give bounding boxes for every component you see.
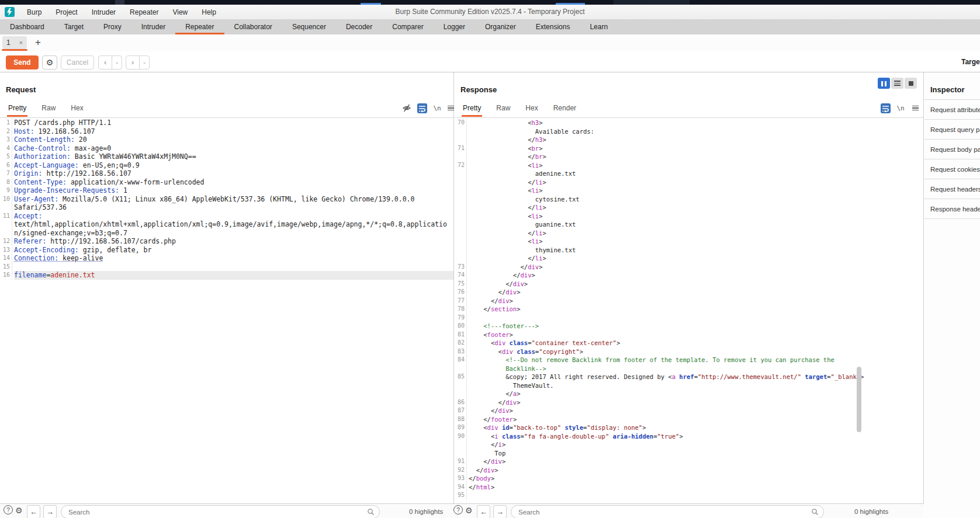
line-number: [456, 449, 467, 458]
forward-history-dropdown[interactable]: ⌄: [140, 56, 149, 69]
nav-tab-learn[interactable]: Learn: [580, 19, 618, 34]
nav-tab-logger[interactable]: Logger: [434, 19, 475, 34]
top-strip-decoration: [115, 0, 124, 5]
code-line: 82 <div class="container text-center">: [456, 339, 923, 347]
response-search-box: [511, 505, 824, 518]
line-number: 84: [456, 356, 467, 364]
burp-logo: [5, 7, 15, 17]
line-number: 74: [456, 271, 467, 280]
inspector-section-response-headers[interactable]: Response headers: [924, 199, 980, 219]
response-scrollbar-thumb[interactable]: [857, 367, 861, 432]
word-wrap-icon: [417, 103, 427, 113]
layout-rows-button[interactable]: [891, 78, 903, 89]
menu-item-burp[interactable]: Burp: [20, 8, 49, 16]
request-tab-raw[interactable]: Raw: [40, 103, 57, 117]
response-tab-hex[interactable]: Hex: [524, 103, 539, 117]
inspector-section-request-body-parameters[interactable]: Request body parameters: [924, 140, 980, 159]
menu-item-repeater[interactable]: Repeater: [123, 8, 165, 16]
menu-item-help[interactable]: Help: [195, 8, 223, 16]
soft-wrap-toggle[interactable]: [879, 103, 891, 113]
code-line: 88 </footer>: [456, 415, 923, 424]
code-line: 71 <br>: [456, 144, 923, 153]
nav-tab-proxy[interactable]: Proxy: [94, 19, 131, 34]
next-match-button[interactable]: →: [493, 505, 507, 518]
code-line: 76 </div>: [456, 288, 923, 297]
layout-toggle-group: [878, 78, 917, 89]
help-button[interactable]: ?: [4, 505, 13, 514]
code-line: 94</html>: [456, 483, 923, 492]
response-editor[interactable]: 70 <h3> Available cards: </h3>71 <br> </…: [456, 119, 923, 504]
highlights-count: 0 highlights: [854, 505, 888, 518]
next-match-button[interactable]: →: [43, 505, 57, 518]
hide-hex-icon-button[interactable]: [401, 103, 413, 113]
line-number: 92: [456, 466, 467, 475]
search-input[interactable]: [67, 508, 367, 516]
code-line: 15: [1, 263, 453, 272]
help-button[interactable]: ?: [453, 505, 463, 514]
code-line: 75 </div>: [456, 280, 923, 288]
nav-tab-sequencer[interactable]: Sequencer: [282, 19, 336, 34]
repeater-tab-1[interactable]: 1 ×: [2, 36, 27, 49]
request-editor[interactable]: 1POST /cards.php HTTP/1.12Host: 192.168.…: [1, 119, 453, 504]
nav-tab-intruder[interactable]: Intruder: [131, 19, 175, 34]
menu-item-view[interactable]: View: [165, 8, 195, 16]
search-settings-button[interactable]: ⚙: [465, 505, 473, 516]
code-line: 2Host: 192.168.56.107: [1, 127, 453, 136]
code-line: 4Cache-Control: max-age=0: [1, 144, 453, 153]
back-history-dropdown[interactable]: ⌄: [112, 56, 122, 69]
previous-match-button[interactable]: ←: [477, 505, 490, 518]
line-number: 70: [456, 119, 467, 127]
request-tab-pretty[interactable]: Pretty: [7, 103, 27, 117]
code-line: 77 </div>: [456, 297, 923, 305]
nav-tab-collaborator[interactable]: Collaborator: [224, 19, 282, 34]
nav-tab-comparer[interactable]: Comparer: [382, 19, 433, 34]
question-icon: ?: [6, 507, 10, 513]
forward-button[interactable]: ›: [126, 56, 140, 69]
line-number: 86: [456, 398, 467, 407]
nav-tab-decoder[interactable]: Decoder: [336, 19, 382, 34]
inspector-section-request-attributes[interactable]: Request attributes: [924, 100, 980, 120]
show-newlines-toggle[interactable]: \n: [431, 103, 443, 113]
inspector-section-request-query-parameters[interactable]: Request query parameters: [924, 120, 980, 140]
lightning-bolt-icon: [5, 7, 15, 17]
nav-tab-target[interactable]: Target: [54, 19, 94, 34]
close-icon[interactable]: ×: [19, 39, 23, 46]
back-button[interactable]: ‹: [99, 56, 112, 69]
new-tab-button[interactable]: +: [32, 36, 44, 50]
bottom-search-bar: ? ⚙ ← → 0 highlights ? ⚙ ← → 0 highlight…: [0, 503, 924, 518]
settings-button[interactable]: ⚙: [42, 55, 57, 69]
nav-tab-organizer[interactable]: Organizer: [475, 19, 526, 34]
cancel-button[interactable]: Cancel: [61, 55, 94, 69]
previous-match-button[interactable]: ←: [27, 505, 40, 518]
response-tab-raw[interactable]: Raw: [495, 103, 511, 117]
inspector-section-request-cookies[interactable]: Request cookies: [924, 159, 980, 179]
nav-tab-dashboard[interactable]: Dashboard: [0, 19, 54, 34]
response-tab-render[interactable]: Render: [552, 103, 577, 117]
nav-tab-extensions[interactable]: Extensions: [526, 19, 580, 34]
menu-item-intruder[interactable]: Intruder: [85, 8, 123, 16]
previous-request-control: ‹ ⌄: [98, 55, 122, 69]
code-line: </li>: [456, 203, 923, 212]
search-input[interactable]: [517, 508, 811, 516]
menu-bar: BurpProjectIntruderRepeaterViewHelp Burp…: [0, 5, 980, 20]
newline-icon: \n: [433, 105, 441, 112]
request-tab-hex[interactable]: Hex: [70, 103, 84, 117]
layout-columns-button[interactable]: [878, 78, 890, 89]
menu-item-project[interactable]: Project: [49, 8, 84, 16]
soft-wrap-toggle[interactable]: [416, 103, 428, 113]
response-editor-menu-button[interactable]: [909, 103, 921, 113]
hamburger-icon: [448, 105, 454, 112]
layout-single-button[interactable]: [905, 78, 917, 89]
inspector-section-request-headers[interactable]: Request headers: [924, 179, 980, 199]
code-line: 74 </div>: [456, 271, 923, 280]
inspector-sections: Request attributesRequest query paramete…: [924, 100, 980, 219]
search-settings-button[interactable]: ⚙: [15, 505, 23, 516]
request-panel-title: Request: [6, 85, 36, 94]
response-tab-pretty[interactable]: Pretty: [462, 103, 482, 117]
code-line: 73 </div>: [456, 263, 923, 272]
send-button[interactable]: Send: [6, 55, 39, 69]
show-newlines-toggle[interactable]: \n: [895, 103, 906, 113]
nav-tab-repeater[interactable]: Repeater: [175, 19, 224, 34]
line-number: [456, 135, 467, 144]
question-icon: ?: [456, 507, 460, 513]
